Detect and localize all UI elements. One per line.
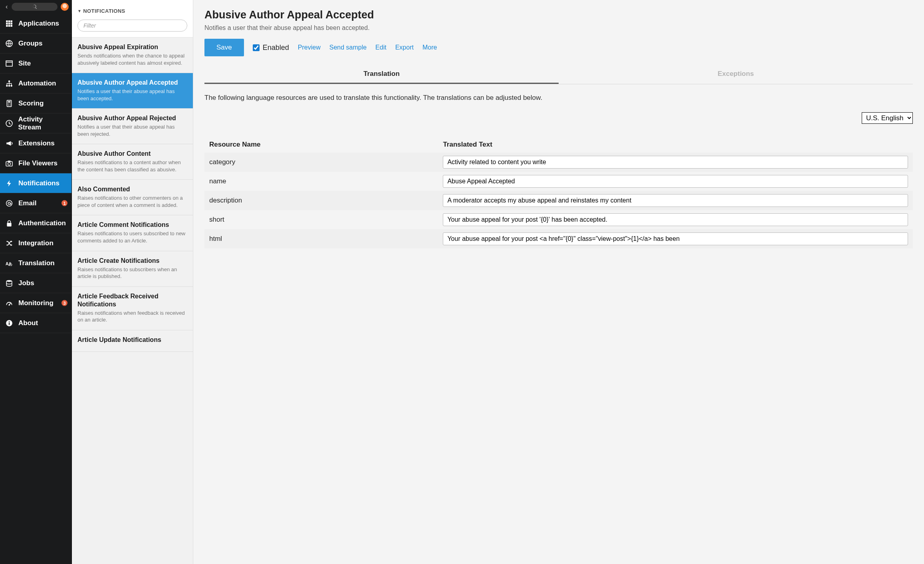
grid-icon (5, 20, 14, 27)
nav-item-label: Monitoring (18, 299, 54, 307)
edit-link[interactable]: Edit (375, 44, 387, 51)
notification-item[interactable]: Article Feedback Received NotificationsR… (72, 287, 193, 330)
svg-point-12 (8, 80, 10, 82)
svg-rect-34 (9, 322, 10, 325)
at-icon (5, 200, 14, 207)
notifications-panel-title[interactable]: ▼ NOTIFICATIONS (77, 8, 187, 14)
enabled-label: Enabled (263, 44, 289, 52)
nav-item-label: Scoring (18, 99, 44, 107)
nav-item-scoring[interactable]: Scoring (0, 93, 71, 113)
notification-item-title: Abusive Author Appeal Rejected (77, 114, 187, 122)
nav-item-label: Jobs (18, 279, 34, 287)
translated-text-input[interactable] (443, 213, 908, 226)
nav-item-applications[interactable]: Applications (0, 14, 71, 34)
calc-icon (5, 100, 14, 107)
nav-item-integration[interactable]: Integration (0, 233, 71, 253)
nav-item-label: Extensions (18, 139, 55, 147)
nav-item-label: Authentication (18, 219, 66, 227)
nav-item-authentication[interactable]: Authentication (0, 213, 71, 233)
svg-rect-3 (6, 22, 8, 24)
enabled-toggle[interactable]: Enabled (253, 44, 289, 52)
nav-item-label: Notifications (18, 179, 59, 187)
notification-item[interactable]: Abusive Author ContentRaises notificatio… (72, 144, 193, 180)
user-avatar[interactable] (61, 3, 69, 11)
resource-name-cell: html (204, 229, 438, 248)
notification-item-desc: Raises notifications to a content author… (77, 159, 187, 173)
svg-rect-0 (6, 20, 8, 22)
nav-item-email[interactable]: Email1 (0, 193, 71, 213)
translated-text-input[interactable] (443, 156, 908, 169)
back-button[interactable]: ‹ (3, 3, 10, 10)
nav-item-automation[interactable]: Automation (0, 73, 71, 93)
nav-item-about[interactable]: About (0, 313, 71, 333)
nav-item-activity-stream[interactable]: Activity Stream (0, 113, 71, 133)
nav-badge: 1 (61, 200, 67, 206)
notifications-panel: ▼ NOTIFICATIONS Abusive Appeal Expiratio… (72, 0, 193, 564)
nav-item-monitoring[interactable]: Monitoring3 (0, 293, 71, 313)
language-select[interactable]: U.S. English (862, 112, 913, 124)
nav-item-label: File Viewers (18, 159, 58, 167)
nav-item-translation[interactable]: AあTranslation (0, 253, 71, 273)
svg-point-24 (8, 162, 11, 165)
page-title: Abusive Author Appeal Accepted (204, 9, 913, 21)
nav-item-jobs[interactable]: Jobs (0, 273, 71, 293)
notifications-panel-header: ▼ NOTIFICATIONS (72, 0, 193, 38)
notification-item[interactable]: Also CommentedRaises notifications to ot… (72, 180, 193, 215)
nav-item-site[interactable]: Site (0, 54, 71, 73)
svg-point-19 (10, 103, 10, 104)
svg-point-14 (8, 85, 10, 87)
translated-text-input[interactable] (443, 232, 908, 245)
nav-item-label: Groups (18, 40, 42, 48)
collapse-triangle-icon: ▼ (77, 9, 81, 13)
svg-rect-4 (8, 22, 10, 24)
global-search[interactable] (12, 3, 58, 11)
more-link[interactable]: More (422, 44, 437, 51)
svg-point-26 (6, 200, 12, 206)
svg-rect-35 (9, 321, 10, 322)
save-button[interactable]: Save (204, 39, 244, 56)
svg-rect-17 (8, 101, 11, 102)
svg-line-32 (9, 303, 10, 305)
tab-translation[interactable]: Translation (204, 65, 559, 84)
table-row: category (204, 153, 913, 172)
nav-item-extensions[interactable]: Extensions (0, 133, 71, 153)
notification-item[interactable]: Article Create NotificationsRaises notif… (72, 251, 193, 287)
notification-item-desc: Sends notifications when the chance to a… (77, 52, 187, 66)
notification-item[interactable]: Abusive Author Appeal RejectedNotifies a… (72, 109, 193, 144)
table-row: html (204, 229, 913, 248)
translated-text-input[interactable] (443, 175, 908, 188)
notification-item-title: Article Update Notifications (77, 336, 187, 344)
svg-rect-28 (7, 222, 11, 226)
preview-link[interactable]: Preview (298, 44, 321, 51)
window-icon (5, 60, 14, 67)
resource-name-cell: name (204, 172, 438, 191)
nav-item-file-viewers[interactable]: File Viewers (0, 153, 71, 173)
resources-table: Resource Name Translated Text categoryna… (204, 137, 913, 248)
nav-item-label: Activity Stream (18, 115, 67, 131)
info-icon (5, 320, 14, 327)
svg-point-30 (6, 280, 12, 282)
nav-item-label: Translation (18, 259, 55, 267)
notification-item[interactable]: Abusive Appeal ExpirationSends notificat… (72, 38, 193, 73)
nav-item-label: Automation (18, 79, 56, 87)
table-row: description (204, 191, 913, 210)
nav-item-notifications[interactable]: Notifications (0, 173, 71, 193)
send-sample-link[interactable]: Send sample (329, 44, 367, 51)
notification-item[interactable]: Article Update Notifications (72, 330, 193, 352)
svg-rect-25 (8, 161, 11, 162)
notification-item[interactable]: Article Comment NotificationsRaises noti… (72, 215, 193, 251)
action-row: Save Enabled Preview Send sample Edit Ex… (204, 39, 913, 56)
topbar: ‹ (0, 0, 72, 14)
camera-icon (5, 160, 14, 167)
nav-item-groups[interactable]: Groups (0, 34, 71, 54)
notification-item[interactable]: Abusive Author Appeal AcceptedNotifies a… (72, 73, 193, 109)
export-link[interactable]: Export (395, 44, 414, 51)
filter-input[interactable] (77, 20, 187, 32)
svg-point-13 (6, 85, 8, 87)
notification-item-title: Abusive Author Content (77, 150, 187, 158)
notification-item-title: Article Feedback Received Notifications (77, 292, 187, 308)
tab-exceptions[interactable]: Exceptions (559, 65, 913, 84)
translated-text-input[interactable] (443, 194, 908, 207)
enabled-checkbox[interactable] (253, 44, 260, 51)
table-row: name (204, 172, 913, 191)
